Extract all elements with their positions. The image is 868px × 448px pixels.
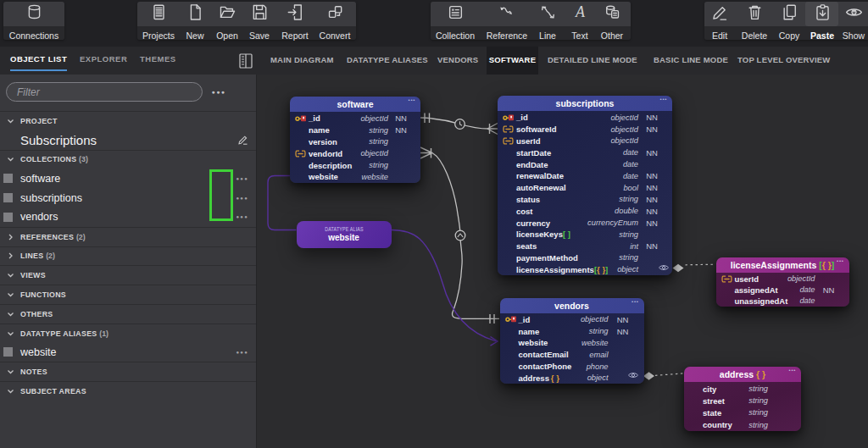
svg-text:A: A: [575, 4, 586, 20]
